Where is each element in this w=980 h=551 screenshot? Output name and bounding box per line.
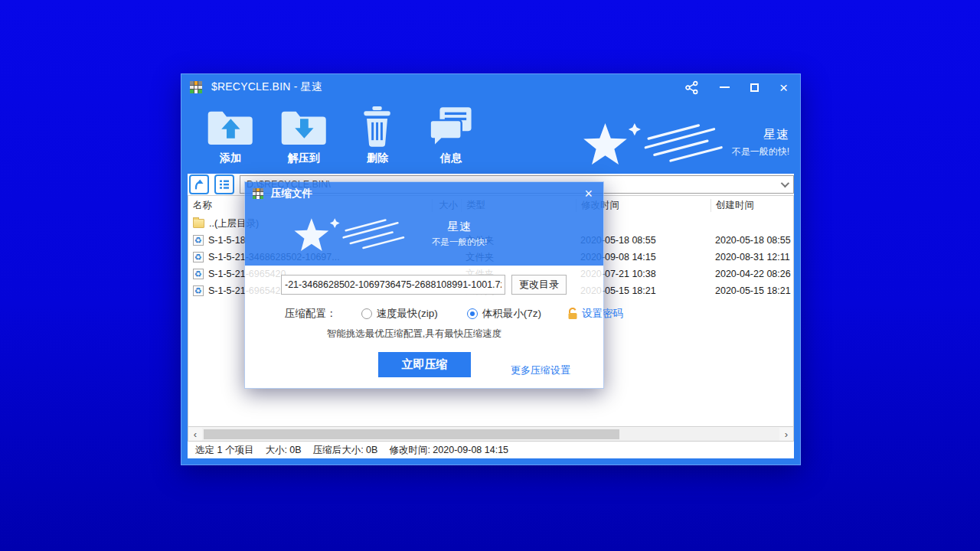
set-password-label: 设置密码 [582, 307, 623, 321]
status-selection: 选定 1 个项目 [195, 444, 253, 457]
toolbar-label: 添加 [220, 152, 241, 165]
lock-icon [567, 308, 578, 320]
delete-button[interactable]: 删除 [347, 106, 408, 165]
recycle-bin-icon: ♻ [193, 285, 204, 296]
radio-smallest-7z[interactable]: 体积最小(7z) [467, 307, 541, 321]
list-view-icon [218, 178, 230, 191]
compress-dialog: 压缩文件 × 星速 [244, 181, 604, 389]
brand-text: 星速 不是一般的快! [732, 127, 789, 158]
horizontal-scrollbar[interactable]: ‹ › [188, 427, 794, 442]
share-icon[interactable] [684, 80, 699, 95]
file-created: 2020-04-22 08:26 [710, 269, 793, 279]
recycle-bin-icon: ♻ [193, 269, 204, 279]
file-created: 2020-08-31 12:11 [710, 252, 793, 262]
app-logo-icon [253, 188, 263, 199]
toolbar-label: 信息 [440, 152, 462, 165]
chat-info-icon [428, 106, 473, 148]
up-arrow-icon [193, 178, 205, 191]
close-button[interactable]: × [779, 80, 788, 95]
radio-icon-selected[interactable] [467, 308, 478, 319]
more-settings-link[interactable]: 更多压缩设置 [511, 364, 570, 377]
info-button[interactable]: 信息 [420, 106, 482, 165]
window-title: $RECYCLE.BIN - 星速 [211, 80, 322, 94]
file-created: 2020-05-18 08:55 [710, 235, 793, 246]
scroll-right-icon[interactable]: › [779, 428, 793, 441]
desktop: $RECYCLE.BIN - 星速 × 添加 [0, 0, 980, 551]
compress-now-button[interactable]: 立即压缩 [378, 352, 471, 377]
scrollbar-track[interactable] [202, 428, 779, 441]
radio-icon[interactable] [361, 308, 372, 319]
brand-tagline: 不是一般的快! [432, 236, 487, 248]
column-header-created[interactable]: 创建时间 [710, 199, 793, 212]
dialog-close-button[interactable]: × [584, 187, 593, 201]
extract-to-button[interactable]: 解压到 [273, 106, 335, 165]
change-directory-button[interactable]: 更改目录 [511, 275, 567, 295]
recycle-bin-icon: ♻ [193, 235, 204, 246]
radio-label: 速度最快(zip) [377, 307, 438, 321]
star-speed-logo-icon [577, 112, 724, 172]
dialog-header-area: 压缩文件 × 星速 [245, 182, 603, 266]
toolbar-label: 删除 [367, 152, 388, 165]
filename-input[interactable] [281, 275, 505, 295]
up-folder-button[interactable] [189, 174, 209, 194]
radio-label: 体积最小(7z) [482, 307, 541, 321]
app-window: $RECYCLE.BIN - 星速 × 添加 [181, 73, 801, 465]
brand-tagline: 不是一般的快! [732, 145, 789, 158]
window-controls: × [684, 80, 788, 95]
compression-config-row: 压缩配置： 速度最快(zip) 体积最小(7z) 设置 [285, 307, 623, 321]
brand-name: 星速 [732, 127, 789, 143]
star-speed-logo-icon [289, 210, 406, 257]
title-bar: $RECYCLE.BIN - 星速 × [181, 74, 800, 100]
status-bar: 选定 1 个项目 大小: 0B 压缩后大小: 0B 修改时间: 2020-09-… [188, 442, 794, 458]
set-password-link[interactable]: 设置密码 [567, 307, 623, 321]
dialog-brand-area: 星速 不是一般的快! [245, 205, 603, 262]
status-modified: 修改时间: 2020-09-08 14:15 [389, 444, 508, 457]
status-compressed-size: 压缩后大小: 0B [313, 444, 378, 457]
add-button[interactable]: 添加 [200, 106, 261, 165]
dialog-title: 压缩文件 [271, 187, 312, 201]
status-size: 大小: 0B [265, 444, 301, 457]
minimize-button[interactable] [720, 86, 730, 88]
toolbar: 添加 解压到 删除 [181, 100, 800, 174]
chevron-down-icon[interactable] [781, 179, 789, 187]
dialog-title-bar: 压缩文件 × [245, 182, 603, 205]
toolbar-label: 解压到 [288, 152, 320, 165]
folder-extract-icon [279, 106, 329, 148]
recycle-bin-icon: ♻ [193, 252, 204, 262]
config-label: 压缩配置： [285, 307, 337, 321]
view-mode-button[interactable] [214, 174, 234, 194]
file-created: 2020-05-15 18:21 [710, 285, 793, 296]
brand-name: 星速 [432, 220, 487, 234]
scroll-left-icon[interactable]: ‹ [188, 428, 202, 441]
app-logo-icon [190, 81, 202, 93]
trash-icon [358, 106, 396, 148]
file-name: S-1-5-18 [208, 235, 246, 246]
compression-hint: 智能挑选最优压缩配置,具有最快压缩速度 [245, 328, 583, 341]
maximize-button[interactable] [750, 83, 759, 92]
dialog-body: 更改目录 压缩配置： 速度最快(zip) 体积最小(7z) [245, 266, 603, 388]
folder-add-icon [206, 106, 256, 148]
brand-area: 星速 不是一般的快! [577, 106, 789, 172]
folder-icon [193, 219, 204, 228]
brand-text: 星速 不是一般的快! [432, 220, 487, 248]
scrollbar-thumb[interactable] [204, 429, 619, 439]
radio-fastest-zip[interactable]: 速度最快(zip) [361, 307, 438, 321]
